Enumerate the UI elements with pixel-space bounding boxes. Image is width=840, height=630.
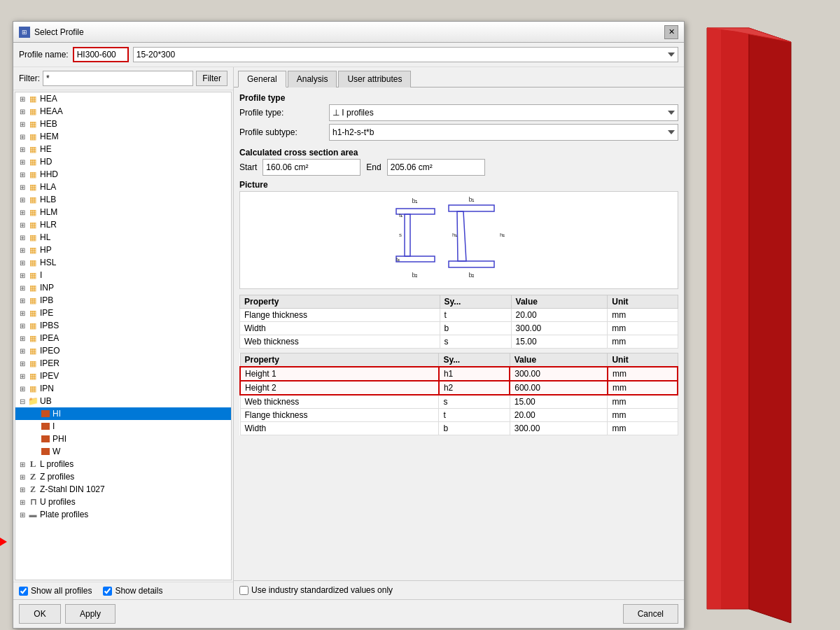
- tree-item-U-profiles[interactable]: ⊞ ⊓ U profiles: [15, 496, 231, 508]
- expander-UB[interactable]: ⊟: [17, 396, 28, 407]
- show-all-checkbox[interactable]: [19, 587, 28, 596]
- filter-button[interactable]: Filter: [196, 71, 227, 86]
- tree-item-HLR[interactable]: ⊞ ▦ HLR: [15, 218, 231, 231]
- expander-INP[interactable]: ⊞: [17, 282, 28, 293]
- label-HL: HL: [40, 232, 50, 242]
- tree-item-IPEV[interactable]: ⊞ ▦ IPEV: [15, 370, 231, 382]
- tree-item-INP[interactable]: ⊞ ▦ INP: [15, 281, 231, 294]
- expander-IPEV[interactable]: ⊞: [17, 370, 28, 382]
- tree-item-HLB[interactable]: ⊞ ▦ HLB: [15, 193, 231, 206]
- dialog-footer: Use industry standardized values only: [234, 580, 684, 599]
- tab-user-attributes[interactable]: User attributes: [338, 71, 411, 88]
- tree-item-I[interactable]: ⊞ ▦ I: [15, 269, 231, 281]
- expander-HL[interactable]: ⊞: [17, 232, 28, 243]
- expander-HLA[interactable]: ⊞: [17, 181, 28, 192]
- expander-I[interactable]: ⊞: [17, 270, 28, 281]
- show-all-label[interactable]: Show all profiles: [19, 586, 92, 596]
- table-row: Web thickness s 15.00 mm: [240, 335, 678, 349]
- expander-HD[interactable]: ⊞: [17, 156, 28, 167]
- profile-tree[interactable]: ⊞ ▦ HEA ⊞ ▦ HEAA ⊞ ▦ HEB ⊞ ▦ HEM: [15, 92, 232, 580]
- prop-web-thickness-1: Web thickness: [240, 335, 440, 349]
- expander-IPBS[interactable]: ⊞: [17, 320, 28, 331]
- close-button[interactable]: ✕: [664, 25, 678, 39]
- expander-HLM[interactable]: ⊞: [17, 206, 28, 218]
- icon-HI: [41, 409, 50, 419]
- tree-item-HD[interactable]: ⊞ ▦ HD: [15, 155, 231, 168]
- val-web-thickness-2: 15.00: [510, 395, 608, 409]
- tree-item-HL[interactable]: ⊞ ▦ HL: [15, 231, 231, 244]
- expander-HP[interactable]: ⊞: [17, 244, 28, 255]
- tree-item-IPB[interactable]: ⊞ ▦ IPB: [15, 294, 231, 307]
- profile-name-input[interactable]: [73, 47, 129, 62]
- profile-name-dropdown[interactable]: 15-20*300 20-25*300: [133, 47, 678, 62]
- show-details-label[interactable]: Show details: [103, 586, 162, 596]
- expander-HSL[interactable]: ⊞: [17, 257, 28, 268]
- expander-plate-profiles[interactable]: ⊞: [17, 509, 28, 520]
- tab-general[interactable]: General: [238, 71, 286, 88]
- tree-item-plate-profiles[interactable]: ⊞ ▬ Plate profiles: [15, 508, 231, 521]
- expander-L-profiles[interactable]: ⊞: [17, 458, 28, 470]
- tree-item-PHI[interactable]: PHI: [15, 433, 231, 445]
- label-IPE: IPE: [40, 308, 53, 318]
- expander-IPB[interactable]: ⊞: [17, 295, 28, 306]
- tree-item-IPE[interactable]: ⊞ ▦ IPE: [15, 307, 231, 319]
- tree-item-Zstahl[interactable]: ⊞ Z Z-Stahl DIN 1027: [15, 483, 231, 496]
- profile-diagram: b₁ b₁ t₁ s h₁ h₂ b₂ b₂ t₂: [382, 195, 536, 286]
- filter-input[interactable]: [43, 71, 193, 86]
- tree-item-HP[interactable]: ⊞ ▦ HP: [15, 244, 231, 256]
- tree-item-HEA[interactable]: ⊞ ▦ HEA: [15, 92, 231, 105]
- tree-item-IPEA[interactable]: ⊞ ▦ IPEA: [15, 332, 231, 344]
- tree-item-HEM[interactable]: ⊞ ▦ HEM: [15, 130, 231, 143]
- tree-item-HHD[interactable]: ⊞ ▦ HHD: [15, 168, 231, 181]
- expander-HHD[interactable]: ⊞: [17, 169, 28, 180]
- expander-PHI: [29, 433, 41, 444]
- tree-item-HEAA[interactable]: ⊞ ▦ HEAA: [15, 105, 231, 118]
- expander-HEM[interactable]: ⊞: [17, 131, 28, 142]
- expander-U-profiles[interactable]: ⊞: [17, 496, 28, 507]
- tree-item-HI[interactable]: HI: [15, 407, 231, 420]
- show-details-checkbox[interactable]: [103, 587, 112, 596]
- tree-item-IPER[interactable]: ⊞ ▦ IPER: [15, 357, 231, 370]
- col-property-2: Property: [240, 354, 439, 368]
- expander-Z-profiles[interactable]: ⊞: [17, 471, 28, 482]
- label-plate-profiles: Plate profiles: [40, 510, 88, 519]
- tree-item-HE[interactable]: ⊞ ▦ HE: [15, 143, 231, 155]
- expander-HLR[interactable]: ⊞: [17, 219, 28, 230]
- apply-button[interactable]: Apply: [65, 604, 115, 624]
- tree-item-HSL[interactable]: ⊞ ▦ HSL: [15, 256, 231, 269]
- tree-item-W[interactable]: W: [15, 445, 231, 458]
- tree-item-IPN[interactable]: ⊞ ▦ IPN: [15, 382, 231, 395]
- expander-IPER[interactable]: ⊞: [17, 358, 28, 369]
- tree-item-HLA[interactable]: ⊞ ▦ HLA: [15, 181, 231, 193]
- tree-item-IPBS[interactable]: ⊞ ▦ IPBS: [15, 319, 231, 332]
- expander-IPEO[interactable]: ⊞: [17, 345, 28, 356]
- tree-item-UB[interactable]: ⊟ 📁 UB: [15, 395, 231, 407]
- col-property-1: Property: [240, 295, 440, 309]
- label-HLA: HLA: [40, 182, 56, 192]
- industry-standard-checkbox[interactable]: [239, 586, 248, 595]
- expander-HLB[interactable]: ⊞: [17, 194, 28, 205]
- end-value[interactable]: [387, 159, 485, 176]
- profile-subtype-dropdown[interactable]: h1-h2-s-t*b: [329, 124, 678, 141]
- industry-standard-label[interactable]: Use industry standardized values only: [239, 585, 393, 595]
- ok-button[interactable]: OK: [19, 604, 61, 624]
- expander-IPE[interactable]: ⊞: [17, 307, 28, 318]
- tree-item-IPEO[interactable]: ⊞ ▦ IPEO: [15, 344, 231, 357]
- expander-HE[interactable]: ⊞: [17, 144, 28, 155]
- tree-item-Z-profiles[interactable]: ⊞ Z Z profiles: [15, 470, 231, 483]
- expander-HEAA[interactable]: ⊞: [17, 106, 28, 117]
- cancel-button[interactable]: Cancel: [623, 604, 678, 624]
- tree-item-HLM[interactable]: ⊞ ▦ HLM: [15, 206, 231, 218]
- expander-HEA[interactable]: ⊞: [17, 93, 28, 104]
- tree-item-L-profiles[interactable]: ⊞ L L profiles: [15, 458, 231, 470]
- tree-item-I-child[interactable]: I: [15, 420, 231, 433]
- tab-analysis[interactable]: Analysis: [288, 71, 337, 88]
- tree-item-HEB[interactable]: ⊞ ▦ HEB: [15, 118, 231, 130]
- icon-HLM: ▦: [28, 207, 38, 217]
- expander-HEB[interactable]: ⊞: [17, 118, 28, 130]
- expander-IPEA[interactable]: ⊞: [17, 332, 28, 344]
- profile-type-dropdown[interactable]: ⊥ I profiles: [329, 104, 678, 121]
- expander-IPN[interactable]: ⊞: [17, 383, 28, 394]
- start-value[interactable]: [262, 159, 360, 176]
- expander-Zstahl[interactable]: ⊞: [17, 484, 28, 495]
